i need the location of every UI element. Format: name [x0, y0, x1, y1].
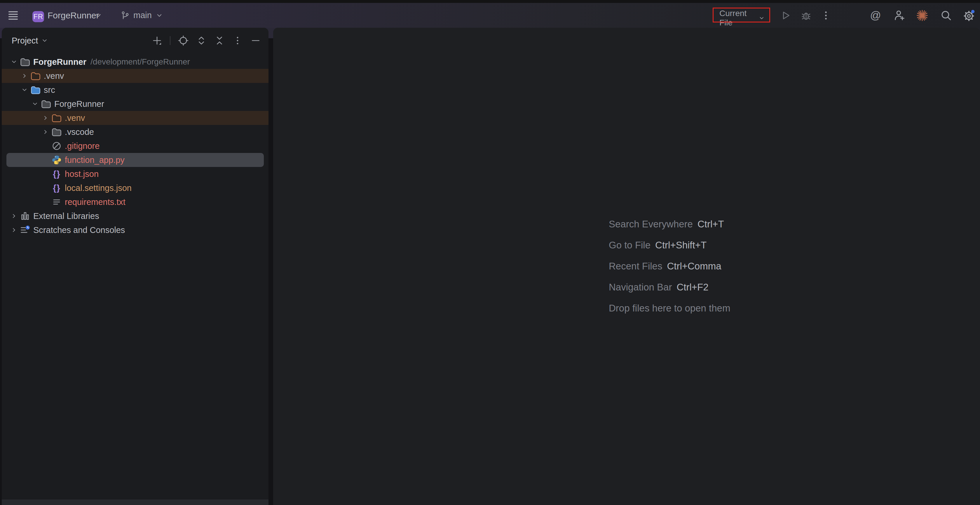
shortcut-keystroke: Ctrl+F2: [676, 282, 708, 293]
shortcut-hint: Go to FileCtrl+Shift+T: [609, 235, 730, 256]
panel-options-button[interactable]: [232, 35, 243, 46]
project-selector[interactable]: ForgeRunner: [48, 3, 99, 28]
shortcut-keystroke: Ctrl+Shift+T: [655, 240, 706, 251]
tree-row-venv[interactable]: .venv: [2, 69, 269, 83]
chevron-down-icon[interactable]: [9, 58, 19, 65]
folder-gray-icon: [51, 127, 62, 137]
tree-row-vscode[interactable]: .vscode: [2, 125, 269, 139]
editor-shortcut-hints: Search EverywhereCtrl+TGo to FileCtrl+Sh…: [609, 213, 730, 319]
bug-icon: [800, 10, 812, 21]
tree-label: host.json: [65, 169, 99, 179]
toolbar-divider: [170, 36, 170, 45]
debug-button[interactable]: [800, 3, 813, 28]
chevron-down-icon[interactable]: [30, 100, 40, 107]
project-panel-title: Project: [12, 36, 38, 46]
shortcut-hint: Navigation BarCtrl+F2: [609, 277, 730, 298]
branch-name: main: [134, 11, 152, 20]
tree-label: .venv: [44, 71, 64, 81]
tree-row-venv[interactable]: .venv: [2, 111, 269, 125]
tree-row-local-settings-json[interactable]: {}local.settings.json: [2, 181, 269, 195]
hamburger-icon: [7, 10, 19, 22]
run-configuration-label: Current File: [719, 9, 758, 27]
plus-icon: [152, 35, 162, 46]
project-badge[interactable]: FR: [32, 11, 44, 22]
plugin-starburst-button[interactable]: [916, 3, 929, 28]
main-toolbar: FR ForgeRunner main Current File: [0, 3, 980, 28]
tree-label: .gitignore: [65, 141, 100, 151]
tree-row-src[interactable]: src: [2, 83, 269, 97]
extlib-icon: [19, 211, 31, 221]
run-configuration-selector[interactable]: Current File: [714, 11, 769, 24]
chevron-right-icon[interactable]: [19, 72, 30, 80]
git-branch-icon: [121, 11, 130, 20]
minus-icon: [250, 35, 261, 46]
ai-assistant-button[interactable]: @: [869, 3, 882, 28]
tree-row-function-app-py[interactable]: function_app.py: [6, 153, 264, 167]
project-panel-toolbar: [152, 28, 261, 53]
chevron-right-icon[interactable]: [9, 226, 19, 234]
project-path: /development/ForgeRunner: [91, 57, 190, 67]
tree-row-scratches-and-consoles[interactable]: Scratches and Consoles: [2, 223, 269, 237]
json-icon: {}: [51, 183, 62, 193]
more-actions-button[interactable]: [819, 3, 832, 28]
add-button[interactable]: [152, 35, 162, 46]
at-spiral-icon: @: [870, 10, 881, 21]
scratches-icon: [19, 225, 31, 235]
panel-bottom-edge: [2, 499, 269, 505]
starburst-icon: [916, 9, 929, 22]
search-icon: [940, 10, 952, 22]
expand-all-button[interactable]: [196, 35, 207, 46]
tree-label: .vscode: [65, 127, 94, 137]
search-everywhere-button[interactable]: [940, 3, 953, 28]
locate-file-button[interactable]: [178, 35, 189, 46]
settings-button[interactable]: [963, 3, 975, 28]
run-button[interactable]: [779, 3, 792, 28]
shortcut-action-label: Navigation Bar: [609, 282, 672, 293]
tree-label: function_app.py: [65, 155, 125, 165]
folder-orange-icon: [51, 113, 62, 123]
tree-row-gitignore[interactable]: .gitignore: [2, 139, 269, 153]
chevron-down-icon: [41, 37, 48, 45]
collapse-all-button[interactable]: [214, 35, 225, 46]
chevron-down-icon[interactable]: [19, 86, 30, 93]
chevron-down-icon[interactable]: [94, 3, 103, 28]
shortcut-action-label: Go to File: [609, 240, 651, 251]
tree-row-host-json[interactable]: {}host.json: [2, 167, 269, 181]
ide-window: FR ForgeRunner main Current File: [0, 0, 980, 505]
tree-row-requirements-txt[interactable]: requirements.txt: [2, 195, 269, 209]
chevron-right-icon[interactable]: [40, 115, 51, 121]
tree-label: Scratches and Consoles: [33, 225, 125, 235]
hide-panel-button[interactable]: [250, 35, 261, 46]
window-title-strip: [0, 0, 980, 3]
tree-row-forgerunner[interactable]: ForgeRunner/development/ForgeRunner: [2, 55, 269, 69]
kebab-menu-icon: [820, 10, 832, 21]
editor-empty-state: Search EverywhereCtrl+TGo to FileCtrl+Sh…: [273, 28, 980, 505]
tree-label: src: [44, 85, 55, 95]
project-view-selector[interactable]: Project: [12, 36, 48, 46]
vcs-branch-widget[interactable]: main: [121, 3, 164, 28]
chevron-right-icon[interactable]: [9, 212, 19, 220]
tree-label: ForgeRunner: [33, 57, 86, 67]
folder-orange-icon: [30, 71, 41, 81]
shortcut-hint: Search EverywhereCtrl+T: [609, 213, 730, 235]
project-file-tree: ForgeRunner/development/ForgeRunner.venv…: [2, 55, 269, 237]
tree-label: ForgeRunner: [54, 99, 104, 109]
folder-blue-icon: [30, 84, 41, 95]
chevron-down-icon: [758, 14, 765, 22]
tree-row-external-libraries[interactable]: External Libraries: [2, 209, 269, 223]
shortcut-action-label: Drop files here to open them: [609, 303, 730, 314]
main-menu-button[interactable]: [7, 3, 19, 28]
tree-row-forgerunner[interactable]: ForgeRunner: [2, 97, 269, 111]
shortcut-keystroke: Ctrl+T: [697, 219, 724, 230]
tree-label: requirements.txt: [65, 198, 126, 207]
shortcut-hint: Recent FilesCtrl+Comma: [609, 256, 730, 277]
gear-icon: [963, 9, 975, 22]
python-icon: [51, 155, 62, 165]
shortcut-keystroke: Ctrl+Comma: [667, 261, 721, 272]
target-icon: [178, 35, 189, 46]
chevron-right-icon[interactable]: [40, 129, 51, 135]
folder-gray-icon: [40, 99, 52, 109]
code-with-me-button[interactable]: [893, 3, 906, 28]
tree-label: External Libraries: [33, 211, 99, 221]
json-icon: {}: [51, 169, 62, 179]
